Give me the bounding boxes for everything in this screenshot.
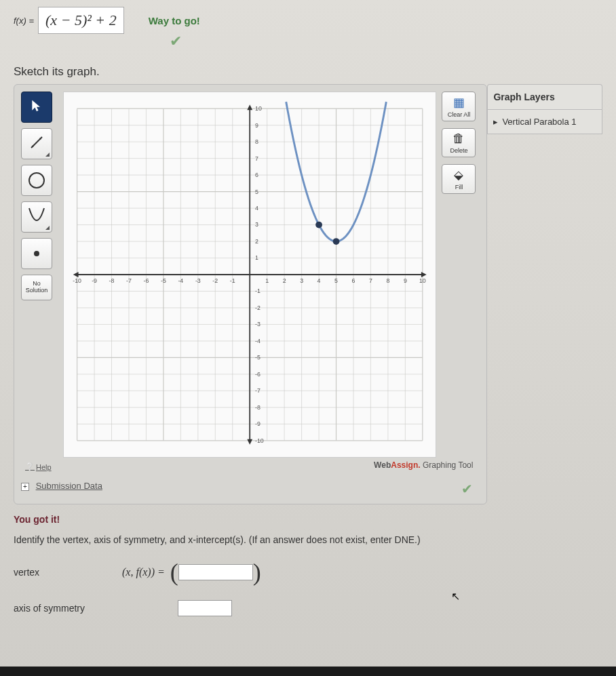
expand-icon[interactable]: + [21, 483, 29, 491]
graph-panel: No Solution -10-9-8-7-6-5-4-3-2-11234567… [14, 84, 487, 504]
svg-text:-4: -4 [255, 338, 261, 344]
watermark-suffix: Graphing Tool [421, 460, 474, 470]
watermark: WebAssign. Graphing Tool [21, 460, 480, 470]
vertex-input[interactable] [178, 564, 253, 580]
svg-text:3: 3 [300, 277, 303, 284]
line-icon [28, 134, 45, 154]
graph-svg: -10-9-8-7-6-5-4-3-2-112345678910-10-9-8-… [64, 92, 436, 457]
formula-row: f(x) = (x − 5)² + 2 Way to go! [14, 7, 602, 34]
pointer-tool[interactable] [21, 92, 52, 123]
svg-text:-9: -9 [255, 420, 261, 427]
no-solution-line2: Solution [22, 287, 52, 294]
layer-label: Vertical Parabola 1 [502, 117, 576, 127]
vertex-row: vertex (x, f(x)) = ( ) [14, 558, 602, 586]
svg-text:9: 9 [255, 122, 258, 129]
point-tool[interactable] [21, 238, 52, 269]
svg-point-91 [315, 222, 322, 228]
you-got-it-text: You got it! [14, 514, 602, 525]
svg-text:2: 2 [283, 277, 286, 284]
no-solution-button[interactable]: No Solution [21, 275, 52, 300]
help-icon: ❔ [25, 462, 35, 471]
fill-button[interactable]: ⬙ Fill [442, 164, 476, 194]
graph-layers-panel: Graph Layers ▸ Vertical Parabola 1 [487, 84, 602, 134]
svg-text:-10: -10 [255, 437, 264, 444]
dropdown-corner-icon [45, 226, 50, 230]
svg-text:4: 4 [317, 277, 321, 284]
svg-text:6: 6 [352, 277, 355, 284]
svg-text:-1: -1 [230, 277, 235, 284]
clear-all-icon: ▦ [444, 95, 474, 110]
axis-row: axis of symmetry [14, 600, 602, 616]
svg-text:-8: -8 [255, 404, 261, 411]
parabola-icon [26, 205, 47, 229]
delete-label: Delete [450, 147, 467, 154]
right-toolbar: ▦ Clear All 🗑 Delete ⬙ Fill [442, 92, 480, 458]
bottom-bar [0, 667, 616, 676]
svg-text:5: 5 [334, 277, 338, 284]
formula-answer-box[interactable]: (x − 5)² + 2 [38, 7, 124, 34]
svg-marker-47 [421, 272, 427, 277]
line-tool[interactable] [21, 128, 52, 159]
help-label: Help [36, 463, 52, 471]
svg-text:-3: -3 [255, 321, 261, 327]
svg-text:-9: -9 [92, 277, 97, 284]
graph-layers-header: Graph Layers [487, 84, 602, 109]
watermark-assign: Assign. [391, 460, 420, 470]
trash-icon: 🗑 [444, 132, 474, 146]
page-root: f(x) = (x − 5)² + 2 Way to go! ✔ Sketch … [0, 0, 616, 676]
point-icon [34, 251, 39, 256]
svg-text:-5: -5 [255, 354, 261, 361]
parabola-tool[interactable] [21, 201, 52, 233]
svg-point-92 [333, 238, 340, 245]
delete-button[interactable]: 🗑 Delete [442, 128, 476, 157]
sketch-label: Sketch its graph. [14, 65, 602, 79]
svg-text:7: 7 [255, 155, 258, 162]
graph-top-row: No Solution -10-9-8-7-6-5-4-3-2-11234567… [21, 92, 480, 458]
svg-text:10: 10 [255, 105, 262, 112]
svg-text:-7: -7 [255, 387, 261, 394]
circle-icon [28, 172, 45, 188]
vertex-prefix: (x, f(x)) = [122, 566, 165, 578]
graph-canvas[interactable]: -10-9-8-7-6-5-4-3-2-112345678910-10-9-8-… [63, 92, 436, 458]
check-icon: ✔ [461, 481, 473, 497]
dropdown-corner-icon [45, 153, 50, 157]
answer-rows: vertex (x, f(x)) = ( ) axis of symmetry [14, 558, 602, 616]
svg-text:9: 9 [404, 277, 407, 284]
svg-text:7: 7 [369, 277, 372, 284]
axis-label: axis of symmetry [14, 603, 178, 614]
graph-and-layers: No Solution -10-9-8-7-6-5-4-3-2-11234567… [14, 84, 602, 504]
svg-text:-8: -8 [109, 277, 115, 284]
clear-all-button[interactable]: ▦ Clear All [442, 92, 476, 121]
circle-tool[interactable] [21, 165, 52, 196]
svg-text:-7: -7 [126, 277, 132, 284]
check-icon: ✔ [170, 33, 616, 50]
svg-marker-49 [247, 104, 252, 110]
svg-text:-10: -10 [73, 277, 81, 284]
formula-lhs: f(x) = [14, 16, 34, 26]
svg-text:8: 8 [386, 277, 389, 284]
svg-text:6: 6 [255, 172, 258, 178]
chevron-right-icon: ▸ [493, 117, 498, 127]
vertex-label: vertex [14, 567, 122, 578]
svg-text:2: 2 [255, 238, 258, 245]
submission-row: + Submission Data ✔ [21, 481, 480, 491]
right-paren: ) [253, 558, 261, 586]
svg-text:-2: -2 [255, 304, 261, 311]
svg-text:10: 10 [419, 277, 426, 284]
cursor-icon: ↖ [451, 590, 460, 603]
svg-text:8: 8 [255, 138, 258, 145]
svg-text:1: 1 [255, 254, 258, 261]
svg-text:1: 1 [265, 277, 269, 284]
svg-text:3: 3 [255, 221, 258, 228]
svg-text:-4: -4 [178, 277, 183, 284]
clear-all-label: Clear All [448, 111, 471, 118]
help-link[interactable]: ❔ Help [25, 462, 52, 471]
graph-layers-item[interactable]: ▸ Vertical Parabola 1 [487, 109, 602, 134]
svg-marker-50 [247, 439, 252, 445]
svg-text:-6: -6 [144, 277, 149, 284]
submission-data-link[interactable]: Submission Data [36, 481, 102, 491]
identify-instructions: Identify the vertex, axis of symmetry, a… [14, 533, 602, 547]
svg-marker-48 [73, 272, 79, 277]
svg-text:-3: -3 [195, 277, 201, 284]
axis-input[interactable] [178, 600, 232, 616]
